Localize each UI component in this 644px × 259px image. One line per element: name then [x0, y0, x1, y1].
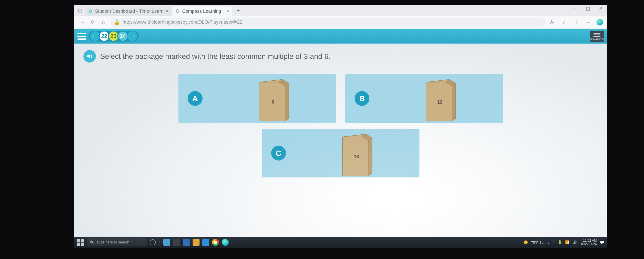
package-value: 6 — [253, 100, 293, 105]
cortana-icon[interactable] — [150, 239, 156, 245]
browser-toolbar: ← ⟳ ⌂ 🔒 https://www.thelearningodyssey.c… — [74, 16, 607, 29]
taskbar-search[interactable]: 🔍 Type here to search — [87, 238, 147, 246]
tab-close-icon[interactable]: × — [166, 9, 168, 14]
tray-chevron-up-icon[interactable]: ˄ — [552, 240, 554, 244]
lesson-step-pill: ← 22 23 24 → — [88, 31, 138, 42]
wifi-icon[interactable]: 📶 — [565, 240, 570, 244]
taskbar-app-icon[interactable] — [183, 239, 190, 246]
volume-icon[interactable]: 🔊 — [573, 240, 577, 244]
package-icon: 18 — [337, 131, 376, 175]
answer-badge: B — [354, 91, 370, 106]
tab-close-icon[interactable]: × — [227, 9, 229, 14]
package-icon: 6 — [253, 76, 293, 120]
more-icon[interactable]: ⋯ — [584, 18, 592, 26]
answer-c[interactable]: C 18 — [262, 129, 420, 178]
tab-title: Student Dashboard - Time4Learn — [95, 8, 164, 14]
lesson-content: Select the package marked with the least… — [74, 44, 607, 237]
notifications-icon[interactable]: 💬 — [600, 240, 604, 244]
answer-badge: C — [271, 146, 286, 160]
play-audio-button[interactable] — [84, 50, 96, 62]
refresh-button[interactable]: ⟳ — [89, 18, 97, 26]
vocabulary-button[interactable]: VOCABULARY — [590, 30, 604, 42]
chrome-icon[interactable] — [212, 239, 219, 246]
battery-icon[interactable]: 🔋 — [558, 240, 562, 244]
address-bar[interactable]: 🔒 https://www.thelearningodyssey.com/DLO… — [110, 18, 546, 27]
tab-overview-icon[interactable] — [76, 6, 84, 15]
favorite-icon[interactable]: ☆ — [560, 18, 568, 26]
svg-rect-0 — [78, 9, 82, 12]
window-minimize-button[interactable]: — — [571, 6, 579, 12]
next-step-button[interactable]: → — [128, 31, 137, 41]
system-tray: 75°F Sunny ˄ 🔋 📶 🔊 11:02 AM 10/22/2024 💬 — [524, 239, 604, 246]
tab-student-dashboard[interactable]: 4 Student Dashboard - Time4Learn × — [85, 6, 172, 16]
edge-icon[interactable] — [222, 239, 229, 246]
tab-title: Compass Learning — [182, 8, 221, 14]
answer-badge: A — [188, 91, 202, 106]
windows-taskbar: 🔍 Type here to search 75°F Sunny ˄ 🔋 📶 🔊 — [74, 237, 607, 248]
window-controls: — ◻ ✕ — [571, 6, 605, 12]
package-value: 12 — [420, 100, 460, 105]
taskbar-app-icon[interactable] — [164, 239, 170, 246]
read-aloud-icon[interactable]: A» — [548, 18, 556, 26]
search-placeholder: Type here to search — [96, 240, 129, 244]
weather-text[interactable]: 75°F Sunny — [531, 240, 549, 244]
url-text: https://www.thelearningodyssey.com/DLO/P… — [122, 20, 242, 25]
collections-icon[interactable]: ✧ — [572, 18, 580, 26]
package-value: 18 — [337, 154, 376, 160]
prev-step-button[interactable]: ← — [90, 31, 100, 41]
svg-text:4: 4 — [90, 10, 91, 12]
browser-tabstrip: 4 Student Dashboard - Time4Learn × Compa… — [74, 5, 607, 16]
taskbar-app-icon[interactable] — [192, 239, 200, 246]
answer-grid: A 6 B — [74, 65, 607, 178]
site-info-icon[interactable]: 🔒 — [114, 20, 120, 25]
window-maximize-button[interactable]: ◻ — [584, 6, 592, 12]
search-icon: 🔍 — [90, 240, 94, 245]
taskbar-app-icon[interactable] — [202, 239, 209, 246]
question-text: Select the package marked with the least… — [100, 52, 330, 61]
new-tab-button[interactable]: + — [234, 6, 242, 15]
weather-icon — [524, 240, 528, 244]
start-button[interactable] — [77, 239, 84, 246]
taskbar-clock[interactable]: 11:02 AM 10/22/2024 — [580, 239, 597, 246]
edge-profile-icon[interactable] — [596, 19, 603, 26]
document-icon — [175, 9, 180, 14]
back-button[interactable]: ← — [78, 18, 86, 26]
home-button[interactable]: ⌂ — [100, 18, 108, 26]
taskbar-app-icon[interactable] — [173, 239, 180, 246]
lesson-nav-bar: ← 22 23 24 → VOCABULARY — [74, 29, 607, 44]
step-24[interactable]: 24 — [117, 30, 128, 42]
window-close-button[interactable]: ✕ — [597, 6, 605, 12]
time4learning-favicon: 4 — [88, 9, 93, 14]
answer-b[interactable]: B 12 — [345, 74, 503, 123]
menu-icon[interactable] — [78, 33, 86, 40]
answer-a[interactable]: A 6 — [178, 74, 336, 123]
tab-compass-learning[interactable]: Compass Learning × — [172, 6, 232, 16]
package-icon: 12 — [420, 76, 460, 120]
